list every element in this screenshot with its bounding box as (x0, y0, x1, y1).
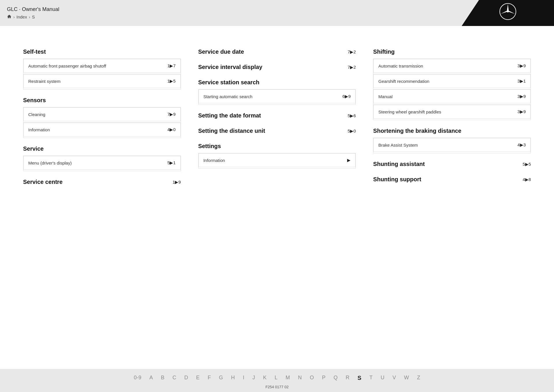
entry-0-2-0[interactable]: Menu (driver's display)5▶1 (23, 156, 181, 170)
document-title: GLC · Owner's Manual (7, 6, 59, 12)
alpha-G[interactable]: G (219, 375, 223, 381)
section-heading-1-3: Setting the date format (198, 112, 261, 119)
alpha-W[interactable]: W (404, 375, 409, 381)
index-grid: Self-testAutomatic front passenger airba… (23, 43, 531, 189)
entry-2-0-1[interactable]: Gearshift recommendation3▶1 (373, 74, 531, 88)
section-heading-1-4: Setting the distance unit (198, 128, 265, 134)
page-ref-2-3: 4▶8 (523, 177, 531, 182)
entry-0-0-0[interactable]: Automatic front passenger airbag shutoff… (23, 59, 181, 73)
entry-label-1-5-0: Information (203, 158, 225, 163)
alpha-B[interactable]: B (161, 375, 164, 381)
breadcrumb-sep-1: › (13, 14, 15, 19)
entry-label-2-0-0: Automatic transmission (378, 64, 423, 68)
alpha-C[interactable]: C (173, 375, 176, 381)
alpha-A[interactable]: A (149, 375, 153, 381)
section-heading-2-0: Shifting (373, 48, 394, 55)
header-logo (462, 0, 554, 26)
section-heading-1-2: Service station search (198, 79, 259, 86)
entry-page-2-0-0: 3▶9 (517, 63, 526, 68)
entry-page-0-1-0: 7▶9 (167, 112, 176, 117)
entry-page-2-1-0: 4▶3 (517, 142, 526, 148)
svg-point-1 (507, 11, 509, 12)
section-heading-2-1: Shortening the braking distance (373, 128, 461, 134)
entry-page-2-0-2: 3▶9 (517, 94, 526, 99)
alpha-V[interactable]: V (392, 375, 396, 381)
section-heading-2-3: Shunting support (373, 176, 421, 183)
breadcrumb: › Index › S (7, 14, 59, 20)
main-content: Self-testAutomatic front passenger airba… (0, 26, 554, 369)
entry-label-0-2-0: Menu (driver's display) (28, 160, 72, 165)
entry-label-2-0-1: Gearshift recommendation (378, 79, 429, 84)
page-ref-1-1: 7▶2 (348, 65, 356, 70)
home-icon[interactable] (7, 14, 12, 20)
entry-label-1-2-0: Starting automatic search (203, 94, 252, 99)
page-ref-2-2: 5▶5 (523, 162, 531, 167)
entry-page-0-1-1: 4▶0 (167, 127, 176, 132)
alpha-0_9[interactable]: 0-9 (134, 375, 141, 381)
alpha-P[interactable]: P (322, 375, 325, 381)
entry-0-1-0[interactable]: Cleaning7▶9 (23, 107, 181, 121)
breadcrumb-index[interactable]: Index (16, 14, 27, 19)
alpha-T[interactable]: T (369, 375, 373, 381)
entry-2-0-3[interactable]: Steering wheel gearshift paddles3▶9 (373, 105, 531, 119)
entry-page-0-0-0: 1▶7 (167, 63, 176, 68)
entry-0-0-1[interactable]: Restraint system1▶5 (23, 74, 181, 88)
page-ref-1-4: 5▶0 (348, 128, 356, 134)
entry-page-1-5-0: ▶ (347, 158, 351, 163)
header-text: GLC · Owner's Manual › Index › S (0, 0, 66, 26)
footer-code: F254 0177 02 (265, 385, 289, 389)
alpha-D[interactable]: D (184, 375, 188, 381)
page-ref-0-3: 1▶9 (173, 180, 181, 185)
alpha-L[interactable]: L (275, 375, 278, 381)
entry-label-0-0-1: Restraint system (28, 79, 61, 84)
alpha-M[interactable]: M (286, 375, 290, 381)
alpha-H[interactable]: H (231, 375, 235, 381)
alpha-O[interactable]: O (310, 375, 314, 381)
header: GLC · Owner's Manual › Index › S (0, 0, 554, 26)
entry-1-2-0[interactable]: Starting automatic search6▶9 (199, 89, 356, 103)
mercedes-star-icon (499, 3, 516, 23)
entry-label-2-1-0: Brake Assist System (378, 143, 418, 148)
entry-label-2-0-3: Steering wheel gearshift paddles (378, 109, 441, 114)
section-heading-2-2: Shunting assistant (373, 161, 425, 167)
alpha-J[interactable]: J (252, 375, 255, 381)
breadcrumb-current: S (32, 14, 35, 19)
entry-page-0-0-1: 1▶5 (167, 79, 176, 84)
alpha-Q[interactable]: Q (334, 375, 338, 381)
alpha-S[interactable]: S (358, 375, 361, 381)
section-heading-0-3: Service centre (23, 179, 63, 185)
entry-0-1-1[interactable]: Information4▶0 (23, 123, 181, 137)
alpha-Z[interactable]: Z (417, 375, 420, 381)
alpha-I[interactable]: I (243, 375, 244, 381)
section-heading-1-5: Settings (198, 143, 221, 150)
section-heading-1-1: Service interval display (198, 64, 262, 70)
entry-label-0-0-0: Automatic front passenger airbag shutoff (28, 64, 106, 68)
entry-page-2-0-1: 3▶1 (517, 79, 526, 84)
alpha-F[interactable]: F (208, 375, 211, 381)
entry-2-1-0[interactable]: Brake Assist System4▶3 (373, 138, 531, 152)
alpha-K[interactable]: K (263, 375, 267, 381)
column-2: ShiftingAutomatic transmission3▶9Gearshi… (373, 43, 531, 189)
entry-2-0-0[interactable]: Automatic transmission3▶9 (373, 59, 531, 73)
section-heading-1-0: Service due date (198, 48, 244, 55)
entry-page-2-0-3: 3▶9 (517, 109, 526, 114)
alpha-nav: 0-9ABCDEFGHIJKLMNOPQRSTUVWZ (134, 375, 420, 381)
alpha-N[interactable]: N (298, 375, 302, 381)
entry-label-0-1-0: Cleaning (28, 112, 45, 117)
entry-1-5-0[interactable]: Information▶ (199, 153, 356, 167)
section-heading-0-1: Sensors (23, 97, 46, 104)
page-ref-1-0: 7▶2 (348, 49, 356, 55)
entry-page-1-2-0: 6▶9 (342, 94, 351, 99)
alpha-R[interactable]: R (346, 375, 349, 381)
entry-2-0-2[interactable]: Manual3▶9 (373, 89, 531, 103)
page-ref-1-3: 5▶6 (348, 113, 356, 118)
column-1: Service due date7▶2Service interval disp… (198, 43, 356, 189)
section-heading-0-2: Service (23, 145, 44, 152)
alpha-U[interactable]: U (381, 375, 384, 381)
entry-label-2-0-2: Manual (378, 94, 392, 99)
alpha-E[interactable]: E (196, 375, 200, 381)
column-0: Self-testAutomatic front passenger airba… (23, 43, 181, 189)
footer: 0-9ABCDEFGHIJKLMNOPQRSTUVWZ F254 0177 02 (0, 369, 554, 392)
entry-page-0-2-0: 5▶1 (167, 160, 176, 165)
section-heading-0-0: Self-test (23, 48, 46, 55)
